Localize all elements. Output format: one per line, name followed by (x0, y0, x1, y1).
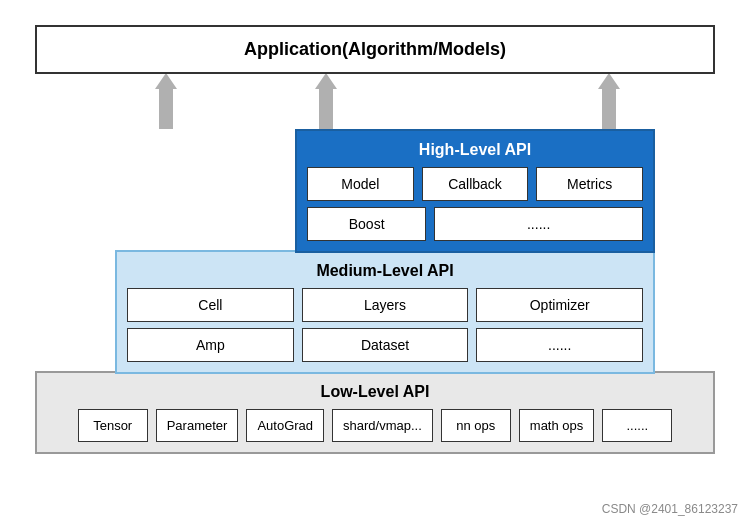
medium-level-row2: Amp Dataset ...... (127, 328, 643, 362)
low-more-box: ...... (602, 409, 672, 442)
medium-optimizer-box: Optimizer (476, 288, 643, 322)
arrow-middle-left (315, 73, 337, 129)
low-level-title: Low-Level API (47, 383, 703, 401)
medium-dataset-box: Dataset (302, 328, 469, 362)
low-parameter-box: Parameter (156, 409, 239, 442)
main-layout: Application(Algorithm/Models) High-L (10, 10, 740, 469)
medium-amp-box: Amp (127, 328, 294, 362)
medium-level-section: Medium-Level API Cell Layers Optimizer A… (115, 250, 655, 374)
medium-level-wrapper: Medium-Level API Cell Layers Optimizer A… (30, 255, 720, 374)
medium-layers-box: Layers (302, 288, 469, 322)
low-tensor-box: Tensor (78, 409, 148, 442)
low-shard-box: shard/vmap... (332, 409, 433, 442)
arrow-head-2 (315, 73, 337, 89)
diagram-container: Application(Algorithm/Models) High-L (0, 0, 750, 524)
medium-level-row1: Cell Layers Optimizer (127, 288, 643, 322)
low-mathops-box: math ops (519, 409, 594, 442)
medium-level-title: Medium-Level API (127, 262, 643, 280)
high-more-box: ...... (434, 207, 643, 241)
high-callback-box: Callback (422, 167, 529, 201)
high-level-title: High-Level API (307, 141, 643, 159)
arrow-shaft-1 (159, 89, 173, 129)
low-level-row1: Tensor Parameter AutoGrad shard/vmap... … (47, 409, 703, 442)
low-level-section: Low-Level API Tensor Parameter AutoGrad … (35, 371, 715, 454)
high-level-wrapper: High-Level API Model Callback Metrics Bo… (30, 129, 720, 253)
arrow-right (598, 73, 620, 129)
app-title: Application(Algorithm/Models) (244, 39, 506, 59)
high-boost-box: Boost (307, 207, 426, 241)
arrow-head-3 (598, 73, 620, 89)
high-level-row1: Model Callback Metrics (307, 167, 643, 201)
low-level-wrapper: Low-Level API Tensor Parameter AutoGrad … (30, 376, 720, 454)
arrow-shaft-3 (602, 89, 616, 129)
low-nnops-box: nn ops (441, 409, 511, 442)
low-autograd-box: AutoGrad (246, 409, 324, 442)
high-metrics-box: Metrics (536, 167, 643, 201)
high-level-section: High-Level API Model Callback Metrics Bo… (295, 129, 655, 253)
high-level-row2: Boost ...... (307, 207, 643, 241)
arrow-shaft-2 (319, 89, 333, 129)
high-model-box: Model (307, 167, 414, 201)
app-bar: Application(Algorithm/Models) (35, 25, 715, 74)
arrow-left (155, 73, 177, 129)
medium-more-box: ...... (476, 328, 643, 362)
medium-cell-box: Cell (127, 288, 294, 322)
arrow-head-1 (155, 73, 177, 89)
watermark: CSDN @2401_86123237 (602, 502, 738, 516)
arrows-area (35, 74, 715, 129)
